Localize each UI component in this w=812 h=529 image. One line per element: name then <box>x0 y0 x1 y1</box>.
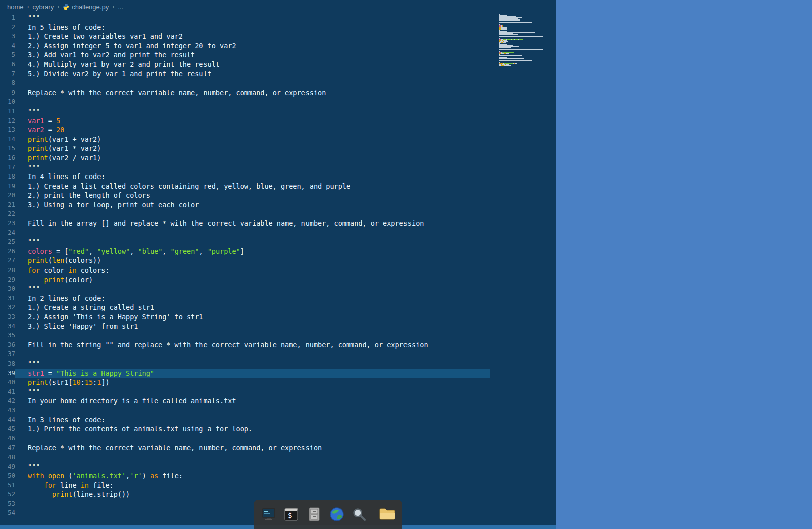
code-line[interactable]: 24 <box>0 228 556 238</box>
code-line[interactable]: 11""" <box>0 107 556 116</box>
line-number[interactable]: 51 <box>0 481 15 490</box>
line-number[interactable]: 35 <box>0 331 15 340</box>
code-line[interactable]: 30""" <box>0 284 556 294</box>
line-number[interactable]: 3 <box>0 32 15 41</box>
line-number[interactable]: 19 <box>0 182 15 191</box>
line-number[interactable]: 40 <box>0 378 15 387</box>
line-number[interactable]: 26 <box>0 247 15 256</box>
code-line[interactable]: 35 <box>0 331 556 340</box>
line-number[interactable]: 18 <box>0 172 15 182</box>
file-manager-folder-icon[interactable] <box>378 505 396 524</box>
code-line[interactable]: 44In 3 lines of code: <box>0 415 556 425</box>
line-number[interactable]: 24 <box>0 228 15 238</box>
line-number[interactable]: 45 <box>0 424 15 434</box>
line-number[interactable]: 54 <box>0 508 15 518</box>
code-line[interactable]: 332.) Assign 'This is a Happy String' to… <box>0 312 556 322</box>
line-number[interactable]: 50 <box>0 471 15 481</box>
line-number[interactable]: 23 <box>0 219 15 228</box>
line-number[interactable]: 37 <box>0 349 15 359</box>
line-number[interactable]: 48 <box>0 453 15 462</box>
code-line[interactable]: 39str1 = "This is a Happy String" <box>0 369 556 378</box>
breadcrumb-item-cybrary[interactable]: cybrary <box>33 3 54 11</box>
line-number[interactable]: 6 <box>0 60 15 69</box>
code-line[interactable]: 48 <box>0 453 556 462</box>
line-number[interactable]: 17 <box>0 163 15 172</box>
code-line[interactable]: 2In 5 lines of code: <box>0 23 556 32</box>
code-line[interactable]: 50with open ('animals.txt','r') as file: <box>0 471 556 481</box>
line-number[interactable]: 31 <box>0 294 15 303</box>
line-number[interactable]: 21 <box>0 200 15 210</box>
web-browser-globe-icon[interactable] <box>328 505 345 524</box>
code-line[interactable]: 42In your home directory is a file calle… <box>0 396 556 406</box>
line-number[interactable]: 39 <box>0 369 15 378</box>
line-number[interactable]: 16 <box>0 153 15 163</box>
line-number[interactable]: 5 <box>0 50 15 60</box>
line-number[interactable]: 22 <box>0 209 15 219</box>
code-line[interactable]: 26colors = ["red", "yellow", "blue", "gr… <box>0 247 556 256</box>
line-number[interactable]: 47 <box>0 443 15 453</box>
code-line[interactable]: 40print(str1[10:15:1]) <box>0 378 556 387</box>
code-line[interactable]: 28for color in colors: <box>0 266 556 275</box>
line-number[interactable]: 34 <box>0 322 15 331</box>
code-line[interactable]: 321.) Create a string called str1 <box>0 303 556 312</box>
line-number[interactable]: 43 <box>0 406 15 415</box>
code-line[interactable]: 36Fill in the string "" and replace * wi… <box>0 340 556 350</box>
line-number[interactable]: 36 <box>0 340 15 350</box>
code-line[interactable]: 451.) Print the contents of animals.txt … <box>0 424 556 434</box>
line-number[interactable]: 7 <box>0 69 15 79</box>
code-line[interactable]: 16print(var2 / var1) <box>0 153 556 163</box>
code-line[interactable]: 31In 2 lines of code: <box>0 294 556 303</box>
breadcrumb-item-more[interactable]: ... <box>118 3 123 11</box>
line-number[interactable]: 53 <box>0 499 15 509</box>
code-line[interactable]: 1""" <box>0 13 556 23</box>
code-line[interactable]: 31.) Create two variables var1 and var2 <box>0 32 556 41</box>
code-line[interactable]: 49""" <box>0 462 556 472</box>
line-number[interactable]: 44 <box>0 415 15 425</box>
code-line[interactable]: 12var1 = 5 <box>0 116 556 126</box>
code-line[interactable]: 53.) Add var1 to var2 and print the resu… <box>0 50 556 60</box>
code-line[interactable]: 42.) Assign integer 5 to var1 and intege… <box>0 41 556 51</box>
code-line[interactable]: 22 <box>0 209 556 219</box>
magnifier-icon[interactable] <box>350 505 368 524</box>
code-line[interactable]: 191.) Create a list called colors contai… <box>0 182 556 191</box>
code-line[interactable]: 14print(var1 + var2) <box>0 135 556 144</box>
code-line[interactable]: 202.) print the length of colors <box>0 191 556 200</box>
code-line[interactable]: 47Replace * with the correct variable na… <box>0 443 556 453</box>
code-line[interactable]: 41""" <box>0 387 556 397</box>
line-number[interactable]: 13 <box>0 125 15 135</box>
line-number[interactable]: 2 <box>0 23 15 32</box>
line-number[interactable]: 27 <box>0 256 15 266</box>
code-line[interactable]: 343.) Slice 'Happy' from str1 <box>0 322 556 331</box>
code-line[interactable]: 52 print(line.strip()) <box>0 490 556 499</box>
code-line[interactable]: 23Fill in the array [] and replace * wit… <box>0 219 556 228</box>
breadcrumb-item-challenge-py[interactable]: challenge.py <box>63 3 109 11</box>
line-number[interactable]: 4 <box>0 41 15 51</box>
desktop[interactable]: cybrary@ubuntu: ~/Desktop ^_□× FileEditV… <box>556 0 812 529</box>
code-line[interactable]: 15print(var1 * var2) <box>0 144 556 153</box>
line-number[interactable]: 14 <box>0 135 15 144</box>
line-number[interactable]: 42 <box>0 396 15 406</box>
code-line[interactable]: 75.) Divide var2 by var 1 and print the … <box>0 69 556 79</box>
minimap[interactable] <box>499 14 547 68</box>
file-cabinet-icon[interactable] <box>306 505 323 524</box>
line-number[interactable]: 38 <box>0 359 15 369</box>
line-number[interactable]: 15 <box>0 144 15 153</box>
code-line[interactable]: 29 print(color) <box>0 275 556 285</box>
code-line[interactable]: 13var2 = 20 <box>0 125 556 135</box>
line-number[interactable]: 11 <box>0 107 15 116</box>
code-line[interactable]: 8 <box>0 78 556 88</box>
line-number[interactable]: 28 <box>0 266 15 275</box>
code-line[interactable]: 37 <box>0 349 556 359</box>
line-number[interactable]: 20 <box>0 191 15 200</box>
line-number[interactable]: 8 <box>0 78 15 88</box>
code-line[interactable]: 25""" <box>0 237 556 247</box>
code-line[interactable]: 64.) Multiply var1 by var 2 and print th… <box>0 60 556 69</box>
line-number[interactable]: 25 <box>0 237 15 247</box>
code-line[interactable]: 213.) Using a for loop, print out each c… <box>0 200 556 210</box>
code-line[interactable]: 46 <box>0 434 556 444</box>
code-line[interactable]: 51 for line in file: <box>0 481 556 490</box>
line-number[interactable]: 46 <box>0 434 15 444</box>
line-number[interactable]: 30 <box>0 284 15 294</box>
code-line[interactable]: 9Replace * with the correct varriable na… <box>0 88 556 98</box>
shell-prompt-icon[interactable]: $ <box>283 505 300 524</box>
